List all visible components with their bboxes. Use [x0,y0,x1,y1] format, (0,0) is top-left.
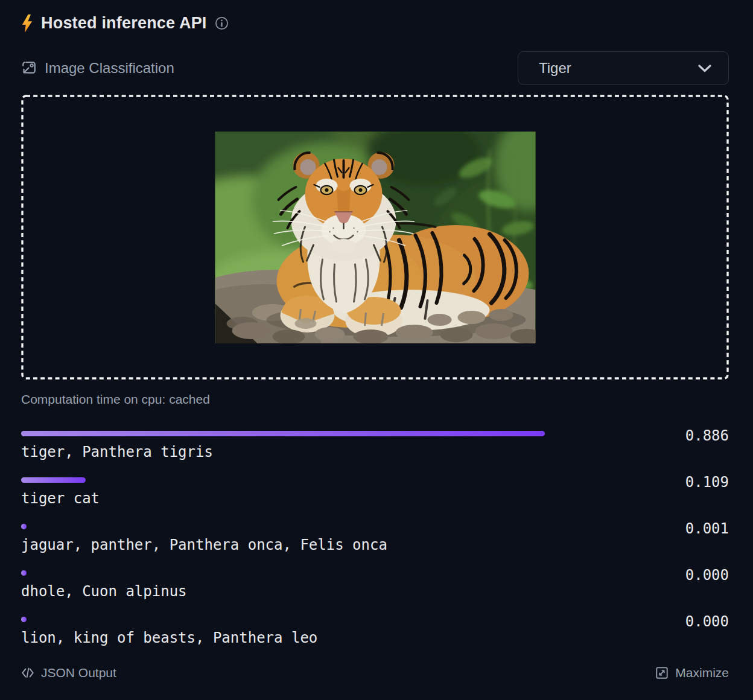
example-selector-dropdown[interactable]: Tiger [518,51,729,85]
task-type: Image Classification [21,60,174,77]
maximize-icon [655,666,669,679]
score-value: 0.886 [612,428,729,444]
score-value: 0.000 [612,614,729,629]
widget-footer: JSON Output Maximize [21,666,729,680]
score-value: 0.000 [612,567,729,583]
task-label: Image Classification [45,60,174,77]
page-title: Hosted inference API [41,14,207,33]
classification-result: 0.109tiger cat [21,474,729,507]
selected-example: Tiger [539,60,571,77]
chevron-down-icon [698,65,711,72]
score-bar-track [21,570,612,576]
result-label: tiger, Panthera tigris [21,444,729,460]
computation-time: Computation time on cpu: cached [21,392,729,407]
classification-result: 0.000dhole, Cuon alpinus [21,567,729,600]
image-dropzone[interactable] [21,95,729,380]
score-bar [21,570,27,576]
lightning-icon [21,14,33,33]
score-bar [21,617,27,622]
result-label: dhole, Cuon alpinus [21,583,729,600]
inference-widget: Hosted inference API Image Classificatio… [0,0,753,680]
result-label: tiger cat [21,490,729,507]
json-output-label: JSON Output [41,666,116,680]
json-output-button[interactable]: JSON Output [21,666,116,680]
classification-result: 0.886tiger, Panthera tigris [21,428,729,460]
image-classification-icon [21,60,37,76]
classification-result: 0.000lion, king of beasts, Panthera leo [21,614,729,646]
score-value: 0.109 [612,474,729,490]
score-bar [21,431,545,436]
score-bar [21,524,27,529]
maximize-label: Maximize [675,666,729,680]
score-bar-track [21,431,612,436]
classification-result: 0.001jaguar, panther, Panthera onca, Fel… [21,521,729,553]
score-value: 0.001 [612,521,729,536]
tiger-image [215,132,535,343]
score-bar-track [21,477,612,483]
task-row: Image Classification Tiger [21,51,729,85]
score-bar-track [21,617,612,622]
classification-results: 0.886tiger, Panthera tigris0.109tiger ca… [21,428,729,646]
widget-header: Hosted inference API [21,14,729,33]
score-bar-track [21,524,612,529]
result-label: lion, king of beasts, Panthera leo [21,629,729,646]
maximize-button[interactable]: Maximize [655,666,729,680]
score-bar [21,477,86,483]
info-icon[interactable] [215,16,229,30]
code-icon [21,666,34,679]
result-label: jaguar, panther, Panthera onca, Felis on… [21,536,729,553]
